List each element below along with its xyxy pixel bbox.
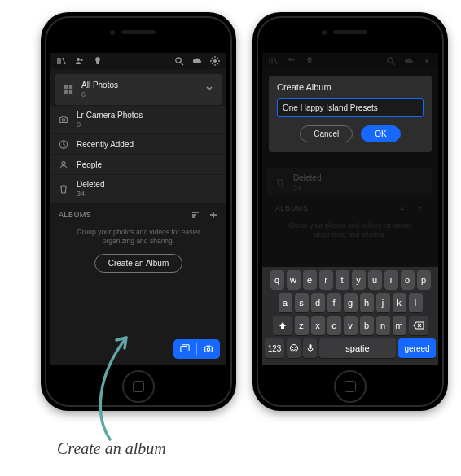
phone-left: All Photos6 Lr Camera Photos0 Recently A… [41,12,236,411]
key-l[interactable]: l [409,293,423,312]
camera-import-bar[interactable] [173,339,220,359]
create-album-button[interactable]: Create an Album [94,254,183,273]
collection-label: People [77,160,102,169]
home-button[interactable] [122,370,155,403]
key-shift[interactable] [273,316,292,335]
key-d[interactable]: d [311,293,325,312]
chevron-down-icon [205,85,213,94]
album-name-input[interactable] [277,98,424,117]
key-v[interactable]: v [344,316,358,335]
soft-keyboard[interactable]: q w e r t y u i o p a s d f g h j k l [262,267,438,365]
key-return[interactable]: gereed [398,338,436,358]
keyboard-row-1: q w e r t y u i o p [265,270,436,290]
key-j[interactable]: j [376,293,390,312]
screen-left: All Photos6 Lr Camera Photos0 Recently A… [50,53,226,365]
key-mic[interactable] [303,338,317,358]
key-h[interactable]: h [360,293,374,312]
albums-section-header: ALBUMS [50,203,226,223]
svg-point-18 [292,347,292,347]
svg-point-1 [80,59,82,61]
collection-label: Recently Added [77,140,134,149]
key-r[interactable]: r [319,270,333,290]
key-numbers[interactable]: 123 [265,338,284,358]
albums-title: ALBUMS [59,211,91,219]
key-e[interactable]: e [303,270,317,290]
phone-right: Deleted34 ALBUMS ≡+ Group your photos an… [252,12,448,411]
svg-point-17 [290,345,297,352]
keyboard-row-3: z x c v b n m [265,316,436,335]
key-emoji[interactable] [287,338,301,358]
cloud-icon[interactable] [192,56,202,66]
key-b[interactable]: b [360,316,374,335]
ok-button[interactable]: OK [361,125,400,142]
collection-people[interactable]: People [50,155,226,174]
lightbulb-icon[interactable] [93,56,103,66]
collection-deleted[interactable]: Deleted34 [50,175,226,203]
phone-speaker [121,30,156,34]
camera-capture-icon[interactable] [204,344,213,354]
albums-section-header-bg: ALBUMS ≡+ [267,197,433,216]
key-x[interactable]: x [311,316,325,335]
key-w[interactable]: w [287,270,301,290]
key-y[interactable]: y [352,270,366,290]
key-c[interactable]: c [327,316,341,335]
svg-point-8 [62,119,64,121]
divider [196,343,197,355]
library-icon[interactable] [57,56,67,66]
key-f[interactable]: f [327,293,341,312]
svg-rect-20 [309,344,311,349]
key-p[interactable]: p [417,270,431,290]
key-z[interactable]: z [295,316,309,335]
svg-point-2 [176,58,181,63]
collection-count: 0 [77,120,143,129]
collection-label: Deleted [293,173,321,182]
modal-title: Create Album [277,82,424,92]
screen-right: Deleted34 ALBUMS ≡+ Group your photos an… [262,53,438,365]
svg-point-10 [62,161,65,164]
person-icon [59,159,68,169]
key-a[interactable]: a [279,293,292,312]
key-k[interactable]: k [393,293,406,312]
app-topbar [50,53,226,69]
key-backspace[interactable] [409,316,428,335]
collection-recently-added[interactable]: Recently Added [50,134,226,154]
search-icon[interactable] [174,56,184,66]
collection-lr-camera[interactable]: Lr Camera Photos0 [50,106,226,133]
keyboard-row-2: a s d f g h j k l [265,293,436,312]
svg-rect-5 [69,85,72,89]
key-m[interactable]: m [393,316,406,335]
key-i[interactable]: i [384,270,398,290]
trash-icon [275,177,285,187]
collection-count: 6 [81,90,118,98]
key-space[interactable]: spatie [319,338,396,358]
key-n[interactable]: n [376,316,390,335]
import-icon [180,344,190,354]
key-s[interactable]: s [295,293,309,312]
add-album-icon[interactable] [209,210,218,220]
cancel-button[interactable]: Cancel [300,125,353,142]
keyboard-row-4: 123 spatie gereed [265,338,436,358]
clock-icon [59,139,68,149]
camera-icon [59,115,68,124]
key-q[interactable]: q [270,270,284,290]
grid-icon [64,85,73,94]
gear-icon[interactable] [210,56,220,66]
collection-deleted-bg: Deleted34 [267,168,433,196]
key-u[interactable]: u [368,270,382,290]
albums-empty-hint-bg: Group your photos and videos for easier … [267,216,433,247]
key-o[interactable]: o [401,270,415,290]
trash-icon [59,184,68,194]
sort-icon[interactable] [191,210,200,220]
collection-count: 34 [293,183,321,191]
key-g[interactable]: g [344,293,358,312]
phone-front-camera [322,30,327,35]
annotation-caption: Create an album [57,439,166,458]
svg-rect-6 [64,90,68,94]
home-button[interactable] [334,370,367,403]
key-t[interactable]: t [336,270,349,290]
people-icon[interactable] [75,56,85,66]
create-album-modal: Create Album Cancel OK [269,76,432,152]
svg-rect-4 [64,85,68,89]
svg-rect-11 [181,347,187,352]
collection-all-photos[interactable]: All Photos6 [55,74,222,105]
